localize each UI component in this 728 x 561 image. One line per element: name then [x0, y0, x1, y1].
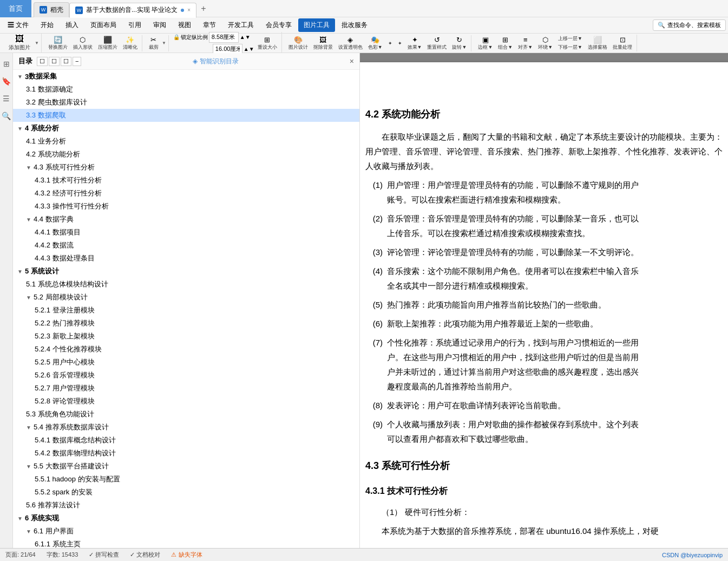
- star2-btn[interactable]: ✦: [396, 40, 404, 47]
- toc-close-btn[interactable]: ×: [350, 57, 354, 66]
- replace-image-btn[interactable]: 🔄 替换图片: [46, 35, 70, 51]
- align-btn[interactable]: ≡ 对齐▼: [516, 35, 535, 51]
- toc-item-32[interactable]: 3.2 爬虫数据库设计: [13, 96, 359, 109]
- toc-item-541[interactable]: 5.4.1 数据库概念结构设计: [13, 434, 359, 447]
- compress-btn[interactable]: ⬛ 压缩图片: [96, 35, 120, 51]
- add-image-dropdown[interactable]: ▼: [35, 41, 39, 45]
- search-sidebar-icon[interactable]: 🔍: [0, 109, 13, 122]
- toc-item-551[interactable]: 5.5.1 hadoop 的安装与配置: [13, 473, 359, 486]
- star1-btn[interactable]: ✦: [386, 40, 395, 47]
- toc-item-43[interactable]: ▼ 4.3 系统可行性分析: [13, 161, 359, 174]
- toc-item-542[interactable]: 5.4.2 数据库物理结构设计: [13, 447, 359, 460]
- batch-process-btn[interactable]: ⊡ 批量处理: [611, 35, 634, 51]
- tab-close-icon[interactable]: ×: [187, 7, 191, 13]
- toc-icon[interactable]: ☰: [1, 92, 12, 105]
- set-transparent-btn[interactable]: ◈ 设置透明色: [336, 35, 365, 51]
- toc-item-55[interactable]: ▼ 5.5 大数据平台搭建设计: [13, 460, 359, 473]
- toc-item-51[interactable]: 5.1 系统总体模块结构设计: [13, 278, 359, 291]
- toc-item-61[interactable]: ▼ 6.1 用户界面: [13, 525, 359, 538]
- width-arrows[interactable]: ▲▼: [240, 34, 251, 40]
- toc-item-523[interactable]: 5.2.3 新歌上架模块: [13, 330, 359, 343]
- crop-dropdown[interactable]: ▼: [162, 41, 166, 45]
- clearify-btn[interactable]: ✨ 清晰化: [121, 35, 140, 51]
- height-arrows[interactable]: ▲▼: [244, 46, 254, 52]
- toc-item-431[interactable]: 4.3.1 技术可行性分析: [13, 174, 359, 187]
- toc-item-44[interactable]: ▼ 4.4 数据字典: [13, 213, 359, 226]
- toc-minus-btn[interactable]: −: [73, 57, 81, 66]
- toc-item-52[interactable]: ▼ 5.2 局部模块设计: [13, 291, 359, 304]
- toc-item-42[interactable]: 4.2 系统功能分析: [13, 148, 359, 161]
- toc-arrow-54: ▼: [26, 425, 31, 430]
- toc-item-552[interactable]: 5.5.2 spark 的安装: [13, 486, 359, 499]
- toc-item-433[interactable]: 4.3.3 操作性可行性分析: [13, 200, 359, 213]
- toc-list-btn[interactable]: ☐: [61, 57, 71, 66]
- menu-reference[interactable]: 引用: [123, 18, 147, 32]
- home-sidebar-icon[interactable]: ⊞: [1, 57, 12, 70]
- rotate-btn[interactable]: ↻ 旋转▼: [450, 35, 469, 51]
- toc-item-528[interactable]: 5.2.8 评论管理模块: [13, 395, 359, 408]
- search-bar[interactable]: 🔍 查找命令、搜索模板: [653, 19, 726, 31]
- tab-wps[interactable]: W 稻壳: [34, 2, 69, 17]
- menu-devtools[interactable]: 开发工具: [222, 18, 259, 32]
- toc-item-442[interactable]: 4.4.2 数据流: [13, 239, 359, 252]
- reset-style-btn[interactable]: ↺ 重置样式: [425, 35, 449, 51]
- page-info: 页面: 21/64: [5, 551, 36, 559]
- select-area-btn[interactable]: ⬜ 选择窗格: [586, 35, 609, 51]
- toc-item-54[interactable]: ▼ 5.4 推荐系统数据库设计: [13, 421, 359, 434]
- toc-item-33[interactable]: 3.3 数据爬取: [13, 109, 359, 122]
- move-down-btn[interactable]: 下移一层▼: [556, 43, 585, 51]
- toc-item-3[interactable]: ▼ 3 数据采集: [13, 70, 359, 83]
- toc-item-56[interactable]: 5.6 推荐算法设计: [13, 499, 359, 512]
- menu-batchreview[interactable]: 批改服务: [336, 18, 373, 32]
- add-tab-button[interactable]: +: [196, 4, 210, 14]
- move-up-btn[interactable]: 上移一层▼: [556, 35, 585, 43]
- insert-shape-btn[interactable]: ⬡ 插入形状: [71, 35, 95, 51]
- crop-btn[interactable]: ✂ 裁剪: [147, 35, 161, 51]
- toc-item-441[interactable]: 4.4.1 数据项目: [13, 226, 359, 239]
- toc-item-5[interactable]: ▼ 5 系统设计: [13, 265, 359, 278]
- width-input[interactable]: [209, 32, 239, 43]
- toc-item-526[interactable]: 5.2.6 音乐管理模块: [13, 369, 359, 382]
- toc-item-53[interactable]: 5.3 系统角色功能设计: [13, 408, 359, 421]
- menu-review[interactable]: 审阅: [148, 18, 172, 32]
- toc-label-61: 6.1 用户界面: [34, 526, 74, 536]
- toc-item-521[interactable]: 5.2.1 登录注册模块: [13, 304, 359, 317]
- tab-doc[interactable]: W 基于大数据的音...实现 毕业论文 ×: [69, 3, 196, 18]
- toc-expand-btn[interactable]: ☐: [37, 57, 48, 66]
- toc-item-41[interactable]: 4.1 业务分析: [13, 135, 359, 148]
- wrap-btn[interactable]: ⬡ 环绕▼: [536, 35, 555, 51]
- add-image-btn[interactable]: 🖼 添加图片: [5, 34, 34, 53]
- toc-item-527[interactable]: 5.2.7 用户管理模块: [13, 382, 359, 395]
- home-tab[interactable]: 首页: [0, 0, 31, 17]
- toc-item-443[interactable]: 4.4.3 数据处理条目: [13, 252, 359, 265]
- color-adjust-btn[interactable]: 🎭 色彩▼: [366, 35, 385, 51]
- menu-vip[interactable]: 会员专享: [260, 18, 297, 32]
- toc-item-522[interactable]: 5.2.2 热门推荐模块: [13, 317, 359, 330]
- spell-check[interactable]: ✓ 拼写检查: [89, 551, 119, 559]
- img-design-btn[interactable]: 🎨 图片设计: [286, 35, 310, 51]
- toc-item-525[interactable]: 5.2.5 用户中心模块: [13, 356, 359, 369]
- combine-btn[interactable]: ⊞ 组合▼: [496, 35, 515, 51]
- toc-item-524[interactable]: 5.2.4 个性化推荐模块: [13, 343, 359, 356]
- toc-item-4[interactable]: ▼ 4 系统分析: [13, 122, 359, 135]
- menu-pagelayout[interactable]: 页面布局: [85, 18, 122, 32]
- effects-btn[interactable]: ✦ 效果▼: [405, 35, 424, 51]
- menu-start[interactable]: 开始: [35, 18, 59, 32]
- menu-imgtool[interactable]: 图片工具: [298, 18, 335, 32]
- resize-btn[interactable]: ⊞ 重设大小: [255, 35, 279, 51]
- menu-insert[interactable]: 插入: [60, 18, 84, 32]
- remove-bg-btn[interactable]: 🖼 抠除背景: [311, 35, 335, 51]
- menu-view[interactable]: 视图: [173, 18, 196, 32]
- toc-item-432[interactable]: 4.3.2 经济可行性分析: [13, 187, 359, 200]
- menu-file[interactable]: ☰ 文件: [2, 18, 34, 32]
- toc-item-31[interactable]: 3.1 数据源确定: [13, 83, 359, 96]
- border-btn[interactable]: ▣ 边框▼: [476, 35, 495, 51]
- bookmark-icon[interactable]: 🔖: [0, 75, 13, 88]
- doc-review[interactable]: ✓ 文档校对: [130, 551, 160, 559]
- menu-chapter[interactable]: 章节: [198, 18, 221, 32]
- toc-item-611[interactable]: 6.1.1 系统主页: [13, 538, 359, 548]
- missing-font[interactable]: ⚠ 缺失字体: [171, 551, 202, 559]
- toc-collapse-btn[interactable]: ☐: [49, 57, 60, 66]
- smart-toc-btn[interactable]: ◈ 智能识别目录: [193, 57, 239, 66]
- toc-item-6[interactable]: ▼ 6 系统实现: [13, 512, 359, 525]
